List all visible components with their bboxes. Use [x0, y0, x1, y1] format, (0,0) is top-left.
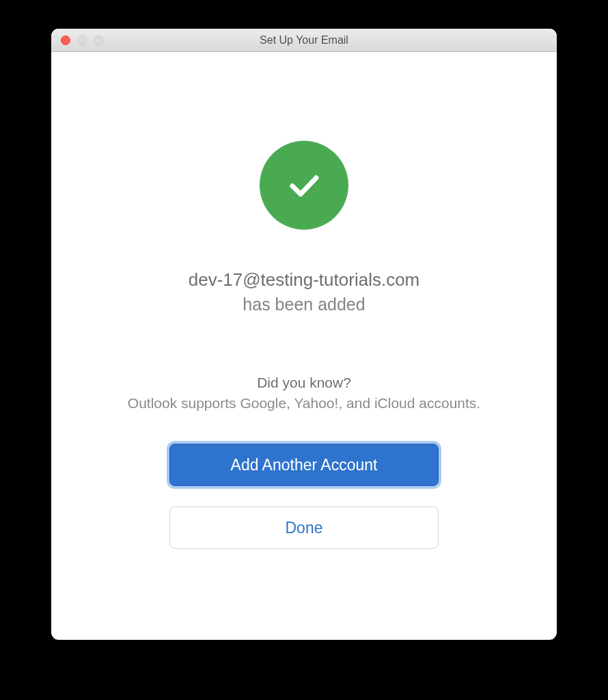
- add-another-account-button[interactable]: Add Another Account: [169, 444, 439, 486]
- minimize-icon: [77, 36, 87, 45]
- done-button[interactable]: Done: [169, 507, 439, 549]
- tip-text: Outlook supports Google, Yahoo!, and iCl…: [79, 395, 529, 412]
- window-title: Set Up Your Email: [51, 34, 557, 46]
- maximize-icon: [94, 36, 103, 45]
- window-titlebar[interactable]: Set Up Your Email: [51, 29, 557, 52]
- success-checkmark-icon: [260, 141, 348, 230]
- setup-email-window: Set Up Your Email dev-17@testing-tutoria…: [51, 29, 557, 640]
- added-confirmation-text: has been added: [79, 295, 529, 314]
- traffic-lights: [51, 36, 103, 45]
- dialog-content: dev-17@testing-tutorials.com has been ad…: [51, 52, 557, 640]
- close-icon[interactable]: [61, 36, 70, 45]
- tip-heading: Did you know?: [79, 375, 529, 391]
- added-email-address: dev-17@testing-tutorials.com: [79, 269, 529, 291]
